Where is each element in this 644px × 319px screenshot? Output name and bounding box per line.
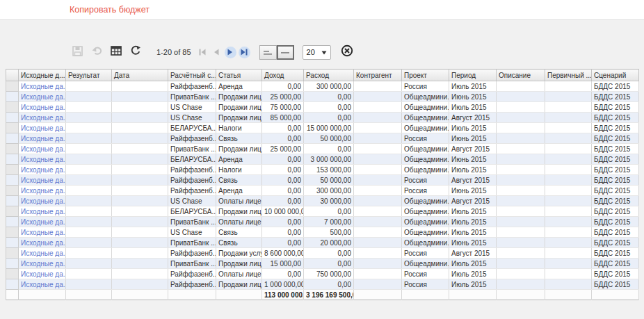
- table-row[interactable]: Исходные да...БЕЛАРУСБА...Налоги0,0015 0…: [6, 123, 639, 133]
- cell-num[interactable]: [6, 269, 19, 279]
- source-data-link[interactable]: Исходные да...: [19, 81, 66, 92]
- source-data-link[interactable]: Исходные да...: [19, 154, 66, 165]
- column-header-source[interactable]: Исходные д...: [19, 69, 66, 81]
- page-size-select[interactable]: 20: [303, 45, 331, 60]
- cell-num[interactable]: [6, 113, 19, 123]
- table-row[interactable]: Исходные да...Райффазенб...Аренда0,00300…: [6, 186, 639, 196]
- table-row[interactable]: Исходные да...Райффазенб...Продажи услуг…: [6, 248, 639, 259]
- source-data-link[interactable]: Исходные да...: [19, 92, 66, 102]
- row-height-single-button[interactable]: [277, 45, 294, 60]
- cell-num[interactable]: [6, 217, 19, 227]
- last-page-icon: [241, 46, 248, 58]
- row-height-multi-button[interactable]: [259, 45, 277, 60]
- source-data-link[interactable]: Исходные да...: [19, 196, 66, 206]
- cell-num[interactable]: [6, 165, 19, 175]
- source-data-link[interactable]: Исходные да...: [19, 217, 66, 227]
- column-header-counterparty[interactable]: Контрагент: [354, 69, 402, 81]
- column-header-result[interactable]: Результат: [66, 69, 112, 81]
- export-table-button[interactable]: [109, 45, 123, 59]
- table-row[interactable]: Исходные да...US ChaseОплаты лице...0,00…: [6, 196, 639, 206]
- cell-account: US Chase: [168, 196, 216, 206]
- source-data-link[interactable]: Исходные да...: [19, 227, 66, 238]
- source-data-link[interactable]: Исходные да...: [19, 238, 66, 248]
- table-row[interactable]: Исходные да...БЕЛАРУСБА...Аренда0,003 00…: [6, 154, 639, 165]
- close-button[interactable]: [341, 46, 354, 59]
- cell-num[interactable]: [6, 144, 19, 154]
- table-row[interactable]: Исходные да...Райффазенб...Связь0,0050 0…: [6, 133, 639, 144]
- source-data-link[interactable]: Исходные да...: [19, 133, 66, 144]
- source-data-link[interactable]: Исходные да...: [19, 175, 66, 186]
- source-data-link[interactable]: Исходные да...: [19, 102, 66, 113]
- column-header-primary[interactable]: Первичный ...: [545, 69, 592, 81]
- cell-period: Август 2015: [449, 248, 497, 259]
- refresh-button[interactable]: [129, 45, 143, 59]
- source-data-link[interactable]: Исходные да...: [19, 259, 66, 269]
- cell-num[interactable]: [6, 227, 19, 238]
- next-page-button[interactable]: [225, 47, 236, 58]
- save-button[interactable]: [70, 45, 84, 59]
- source-data-link[interactable]: Исходные да...: [19, 279, 66, 290]
- table-row[interactable]: Исходные да...Райффазенб...Налоги0,00153…: [6, 165, 639, 175]
- source-data-link[interactable]: Исходные да...: [19, 269, 66, 279]
- cell-date: [112, 279, 168, 290]
- column-header-item[interactable]: Статья: [216, 69, 262, 81]
- column-header-income[interactable]: Доход: [262, 69, 304, 81]
- cell-num[interactable]: [6, 175, 19, 186]
- source-data-link[interactable]: Исходные да...: [19, 206, 66, 217]
- prev-page-button[interactable]: [211, 47, 223, 58]
- undo-button[interactable]: [90, 45, 104, 59]
- cell-income: 75 000,00: [262, 102, 304, 113]
- cell-expense: 50 000,00: [304, 175, 354, 186]
- source-data-link[interactable]: Исходные да...: [19, 123, 66, 133]
- source-data-link[interactable]: Исходные да...: [19, 248, 66, 259]
- cell-num[interactable]: [6, 196, 19, 206]
- table-row[interactable]: Исходные да...БЕЛАРУСБА...Продажи лиц...…: [6, 206, 639, 217]
- table-row[interactable]: Исходные да...Райффазенб...Продажи лиц..…: [6, 279, 639, 290]
- table-row[interactable]: Исходные да...Райффазенб...Аренда0,00300…: [6, 81, 639, 92]
- source-data-link[interactable]: Исходные да...: [19, 113, 66, 123]
- table-row[interactable]: Исходные да...US ChaseПродажи лиц...85 0…: [6, 113, 639, 123]
- cell-scenario: БДДС 2015: [592, 217, 639, 227]
- first-page-button[interactable]: [197, 47, 209, 58]
- table-row[interactable]: Исходные да...ПриватБанк ...Продажи лиц.…: [6, 144, 639, 154]
- table-row[interactable]: Исходные да...ПриватБанк ...Связь0,0020 …: [6, 238, 639, 248]
- column-header-account[interactable]: Расчётный с...: [168, 69, 216, 81]
- column-header-description[interactable]: Описание: [497, 69, 545, 81]
- cell-num[interactable]: [6, 154, 19, 165]
- cell-num[interactable]: [6, 81, 19, 92]
- table-row[interactable]: Исходные да...US ChaseСвязь0,00500,00Общ…: [6, 227, 639, 238]
- table-row[interactable]: Исходные да...ПриватБанк ...Продажи лиц.…: [6, 92, 639, 102]
- table-row[interactable]: Исходные да...Райффазенб...Оплаты лице..…: [6, 269, 639, 279]
- cell-num[interactable]: [6, 123, 19, 133]
- source-data-link[interactable]: Исходные да...: [19, 186, 66, 196]
- column-header-period[interactable]: Период: [449, 69, 497, 81]
- column-header-expense[interactable]: Расход: [304, 69, 354, 81]
- cell-num[interactable]: [6, 279, 19, 290]
- cell-num[interactable]: [6, 102, 19, 113]
- cell-num[interactable]: [6, 248, 19, 259]
- cell-num[interactable]: [6, 206, 19, 217]
- cell-date: [112, 144, 168, 154]
- cell-num[interactable]: [6, 133, 19, 144]
- cell-scenario: БДДС 2015: [592, 238, 639, 248]
- table-row[interactable]: Исходные да...ПриватБанк ...Оплаты лице.…: [6, 217, 639, 227]
- cell-num[interactable]: [6, 259, 19, 269]
- cell-primary: [545, 81, 592, 92]
- table-row[interactable]: Исходные да...US ChaseПродажи лиц...75 0…: [6, 102, 639, 113]
- cell-num[interactable]: [6, 238, 19, 248]
- source-data-link[interactable]: Исходные да...: [19, 144, 66, 154]
- grid-header-row: Исходные д...РезультатДатаРасчётный с...…: [6, 69, 639, 81]
- table-row[interactable]: Исходные да...Райффазенб...Связь0,0050 0…: [6, 175, 639, 186]
- cell-period: Июль 2015: [449, 259, 497, 269]
- column-header-num[interactable]: [6, 69, 19, 81]
- cell-primary: [545, 102, 592, 113]
- source-data-link[interactable]: Исходные да...: [19, 165, 66, 175]
- last-page-button[interactable]: [239, 47, 250, 58]
- column-header-scenario[interactable]: Сценарий: [592, 69, 639, 81]
- cell-scenario: БДДС 2015: [592, 279, 639, 290]
- cell-num[interactable]: [6, 186, 19, 196]
- column-header-date[interactable]: Дата: [112, 69, 168, 81]
- cell-num[interactable]: [6, 92, 19, 102]
- column-header-project[interactable]: Проект: [402, 69, 449, 81]
- table-row[interactable]: Исходные да...ПриватБанк ...Продажи лиц.…: [6, 259, 639, 269]
